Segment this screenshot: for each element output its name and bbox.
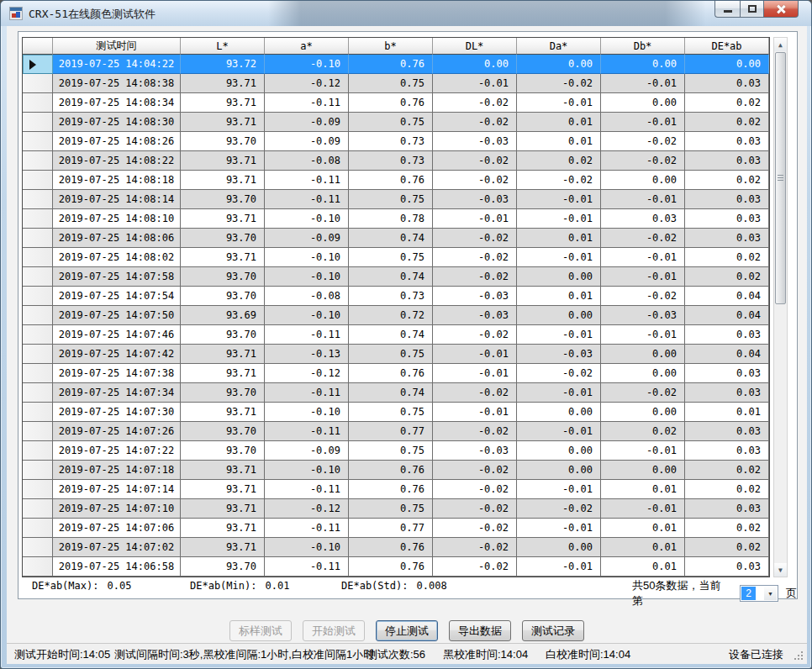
table-cell[interactable]: -0.11 — [265, 190, 349, 209]
table-cell[interactable]: 0.00 — [601, 55, 685, 74]
table-cell[interactable]: -0.02 — [433, 151, 517, 171]
grid-corner-cell[interactable] — [23, 38, 53, 55]
table-cell[interactable]: -0.01 — [601, 499, 685, 519]
table-cell[interactable]: 0.00 — [601, 345, 685, 364]
table-cell[interactable]: -0.02 — [433, 499, 517, 519]
table-cell[interactable]: 93.71 — [181, 93, 265, 113]
table-row[interactable]: 2019-07-25 14:07:2293.70-0.090.75-0.030.… — [23, 441, 769, 461]
table-cell[interactable]: 2019-07-25 14:08:18 — [53, 171, 181, 190]
table-cell[interactable]: -0.02 — [601, 287, 685, 306]
row-header[interactable] — [23, 209, 53, 229]
table-cell[interactable]: 0.00 — [517, 55, 601, 74]
column-header[interactable]: b* — [349, 38, 433, 55]
table-cell[interactable]: 0.00 — [517, 441, 601, 461]
table-cell[interactable]: 0.03 — [685, 499, 769, 519]
table-cell[interactable]: 2019-07-25 14:07:22 — [53, 441, 181, 461]
table-cell[interactable]: 0.02 — [685, 538, 769, 557]
row-header[interactable] — [23, 557, 53, 577]
row-header[interactable] — [23, 190, 53, 209]
table-cell[interactable]: -0.03 — [433, 287, 517, 306]
table-cell[interactable]: 93.71 — [181, 248, 265, 267]
table-cell[interactable]: 2019-07-25 14:04:22 — [53, 55, 181, 74]
table-row[interactable]: 2019-07-25 14:08:3493.71-0.110.76-0.02-0… — [23, 93, 769, 113]
minimize-button[interactable] — [714, 1, 740, 18]
column-header[interactable]: a* — [265, 38, 349, 55]
table-cell[interactable]: 2019-07-25 14:07:02 — [53, 538, 181, 557]
table-cell[interactable]: 0.00 — [601, 93, 685, 113]
start-test-button[interactable]: 开始测试 — [303, 620, 365, 641]
table-cell[interactable]: -0.02 — [433, 93, 517, 113]
table-cell[interactable]: 0.75 — [349, 499, 433, 519]
table-cell[interactable]: 0.01 — [601, 480, 685, 499]
table-cell[interactable]: 2019-07-25 14:07:14 — [53, 480, 181, 499]
table-row[interactable]: 2019-07-25 14:08:3093.71-0.090.75-0.020.… — [23, 113, 769, 132]
row-header[interactable] — [23, 151, 53, 171]
row-header[interactable] — [23, 287, 53, 306]
close-button[interactable] — [763, 1, 799, 18]
table-cell[interactable]: -0.01 — [517, 383, 601, 403]
table-cell[interactable]: 93.70 — [181, 229, 265, 248]
table-cell[interactable]: 0.04 — [685, 306, 769, 325]
table-cell[interactable]: 93.70 — [181, 190, 265, 209]
table-cell[interactable]: 2019-07-25 14:07:58 — [53, 267, 181, 287]
export-data-button[interactable]: 导出数据 — [449, 620, 511, 641]
table-row[interactable]: 2019-07-25 14:07:1493.71-0.110.76-0.02-0… — [23, 480, 769, 499]
table-row[interactable]: 2019-07-25 14:07:5493.70-0.080.73-0.030.… — [23, 287, 769, 306]
table-cell[interactable]: -0.02 — [433, 383, 517, 403]
table-cell[interactable]: 0.75 — [349, 74, 433, 93]
table-cell[interactable]: 93.71 — [181, 499, 265, 519]
table-cell[interactable]: -0.10 — [265, 248, 349, 267]
table-cell[interactable]: -0.10 — [265, 209, 349, 229]
table-cell[interactable]: -0.01 — [433, 364, 517, 383]
table-row[interactable]: 2019-07-25 14:08:1093.71-0.100.78-0.01-0… — [23, 209, 769, 229]
table-cell[interactable]: -0.01 — [601, 441, 685, 461]
row-header[interactable] — [23, 345, 53, 364]
row-header[interactable] — [23, 403, 53, 422]
table-row[interactable]: 2019-07-25 14:08:0693.70-0.090.74-0.020.… — [23, 229, 769, 248]
table-cell[interactable]: 0.03 — [685, 364, 769, 383]
table-cell[interactable]: 2019-07-25 14:08:30 — [53, 113, 181, 132]
table-cell[interactable]: 93.71 — [181, 151, 265, 171]
table-cell[interactable]: 2019-07-25 14:08:38 — [53, 74, 181, 93]
table-cell[interactable]: 2019-07-25 14:07:38 — [53, 364, 181, 383]
row-header[interactable] — [23, 267, 53, 287]
table-cell[interactable]: 0.00 — [601, 403, 685, 422]
table-row[interactable]: 2019-07-25 14:07:3493.70-0.110.74-0.02-0… — [23, 383, 769, 403]
table-cell[interactable]: -0.01 — [433, 345, 517, 364]
table-cell[interactable]: 0.03 — [685, 209, 769, 229]
table-cell[interactable]: -0.02 — [517, 171, 601, 190]
table-cell[interactable]: -0.02 — [433, 422, 517, 441]
table-cell[interactable]: 0.03 — [685, 74, 769, 93]
table-cell[interactable]: -0.01 — [517, 248, 601, 267]
table-cell[interactable]: -0.12 — [265, 74, 349, 93]
table-cell[interactable]: -0.10 — [265, 461, 349, 480]
table-cell[interactable]: 0.74 — [349, 267, 433, 287]
row-header[interactable] — [23, 248, 53, 267]
stop-test-button[interactable]: 停止测试 — [376, 620, 438, 641]
table-row[interactable]: 2019-07-25 14:07:4693.70-0.110.74-0.02-0… — [23, 325, 769, 345]
table-cell[interactable]: -0.09 — [265, 229, 349, 248]
resize-grip-icon[interactable] — [794, 651, 804, 661]
table-row[interactable]: 2019-07-25 14:08:2293.71-0.080.73-0.020.… — [23, 151, 769, 171]
table-cell[interactable]: 93.70 — [181, 557, 265, 577]
table-cell[interactable]: 0.00 — [517, 306, 601, 325]
table-cell[interactable]: 0.76 — [349, 557, 433, 577]
table-cell[interactable]: 2019-07-25 14:07:30 — [53, 403, 181, 422]
table-cell[interactable]: 0.01 — [601, 538, 685, 557]
table-cell[interactable]: -0.01 — [517, 422, 601, 441]
table-cell[interactable]: -0.02 — [433, 557, 517, 577]
table-cell[interactable]: -0.10 — [265, 267, 349, 287]
row-header[interactable] — [23, 74, 53, 93]
table-cell[interactable]: -0.03 — [433, 132, 517, 151]
table-cell[interactable]: 93.71 — [181, 74, 265, 93]
column-header[interactable]: 测试时间 — [53, 38, 181, 55]
scroll-down-button[interactable]: ▼ — [774, 563, 787, 577]
table-row[interactable]: 2019-07-25 14:08:1893.71-0.110.76-0.02-0… — [23, 171, 769, 190]
table-row[interactable]: 2019-07-25 14:07:2693.70-0.110.77-0.02-0… — [23, 422, 769, 441]
table-cell[interactable]: 0.75 — [349, 441, 433, 461]
row-header[interactable] — [23, 422, 53, 441]
table-cell[interactable]: 0.02 — [685, 480, 769, 499]
table-cell[interactable]: 0.03 — [685, 132, 769, 151]
table-cell[interactable]: -0.01 — [517, 325, 601, 345]
table-cell[interactable]: 2019-07-25 14:08:14 — [53, 190, 181, 209]
